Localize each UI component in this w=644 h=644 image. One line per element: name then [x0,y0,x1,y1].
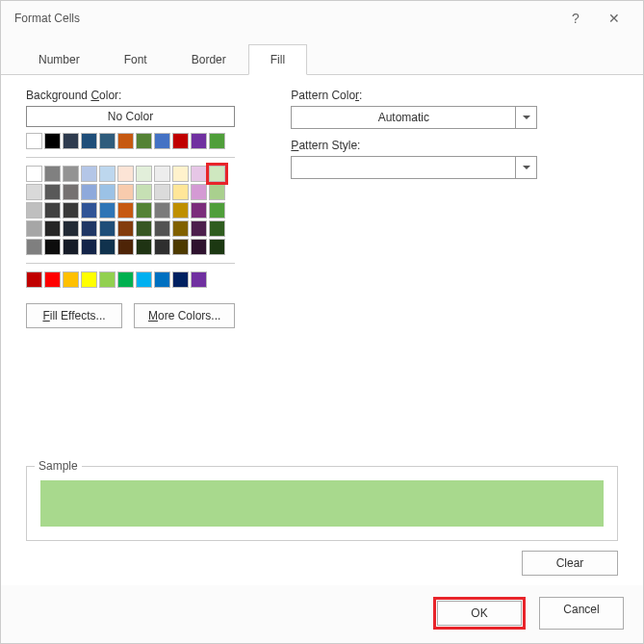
color-swatch[interactable] [172,184,189,200]
color-swatch[interactable] [154,271,170,288]
close-icon[interactable]: ✕ [595,11,633,26]
fill-effects-button[interactable]: Fill Effects... [26,303,122,328]
color-swatch[interactable] [117,220,134,237]
color-swatch[interactable] [117,239,134,255]
color-swatch[interactable] [209,166,225,182]
color-swatch[interactable] [81,271,97,288]
color-swatch[interactable] [136,239,152,255]
color-swatch[interactable] [209,202,225,219]
color-swatch[interactable] [81,184,97,200]
color-swatch[interactable] [44,184,61,200]
color-swatch[interactable] [44,133,61,149]
color-swatch[interactable] [191,202,207,219]
color-swatch[interactable] [209,133,225,149]
pattern-style-label: Pattern Style: [291,139,537,152]
color-swatch[interactable] [26,184,42,200]
color-swatch[interactable] [26,133,42,149]
color-swatch[interactable] [136,271,152,288]
help-icon[interactable]: ? [556,11,595,26]
tab-number[interactable]: Number [16,44,102,75]
color-swatch[interactable] [44,202,61,219]
color-swatch[interactable] [81,239,97,255]
color-swatch[interactable] [99,202,116,219]
color-swatch[interactable] [136,220,152,237]
color-swatch[interactable] [99,133,116,149]
color-swatch[interactable] [44,166,61,182]
color-swatch[interactable] [26,271,42,288]
sample-label: Sample [35,459,82,473]
tab-border[interactable]: Border [169,44,248,75]
color-swatch[interactable] [136,133,152,149]
color-swatch[interactable] [136,184,152,200]
color-swatch[interactable] [81,166,97,182]
color-swatch[interactable] [154,166,170,182]
color-swatch[interactable] [26,166,42,182]
theme-swatches [26,133,235,288]
color-swatch[interactable] [191,220,207,237]
color-swatch[interactable] [117,184,134,200]
color-swatch[interactable] [154,239,170,255]
pattern-style-combo[interactable] [291,156,537,179]
color-swatch[interactable] [136,202,152,219]
format-cells-dialog: Format Cells ? ✕ Number Font Border Fill… [0,0,644,644]
ok-button[interactable]: OK [437,601,522,626]
color-swatch[interactable] [191,166,207,182]
pattern-color-combo[interactable]: Automatic [291,106,537,129]
color-swatch[interactable] [63,239,79,255]
color-swatch[interactable] [99,239,116,255]
color-swatch[interactable] [191,133,207,149]
tab-fill[interactable]: Fill [248,44,307,75]
color-swatch[interactable] [26,239,42,255]
color-swatch[interactable] [154,184,170,200]
color-swatch[interactable] [209,220,225,237]
color-swatch[interactable] [99,166,116,182]
color-swatch[interactable] [154,220,170,237]
color-swatch[interactable] [44,220,61,237]
color-swatch[interactable] [99,271,116,288]
footer: OK Cancel [1,585,643,643]
color-swatch[interactable] [99,184,116,200]
color-swatch[interactable] [191,271,207,288]
color-swatch[interactable] [63,220,79,237]
color-swatch[interactable] [81,202,97,219]
color-swatch[interactable] [172,166,189,182]
color-swatch[interactable] [81,133,97,149]
more-colors-button[interactable]: More Colors... [134,303,235,328]
cancel-button[interactable]: Cancel [539,597,624,630]
tab-font[interactable]: Font [102,44,169,75]
color-swatch[interactable] [136,166,152,182]
chevron-down-icon[interactable] [515,157,536,178]
color-swatch[interactable] [154,133,170,149]
color-swatch[interactable] [117,133,134,149]
color-swatch[interactable] [63,133,79,149]
color-swatch[interactable] [63,202,79,219]
color-swatch[interactable] [209,239,225,255]
color-swatch[interactable] [209,184,225,200]
color-swatch[interactable] [44,239,61,255]
color-swatch[interactable] [154,202,170,219]
color-swatch[interactable] [191,239,207,255]
color-swatch[interactable] [63,271,79,288]
color-swatch[interactable] [172,239,189,255]
clear-button[interactable]: Clear [522,551,618,576]
color-swatch[interactable] [44,271,61,288]
color-swatch[interactable] [172,220,189,237]
pattern-color-value: Automatic [292,111,515,124]
color-swatch[interactable] [172,133,189,149]
sample-fieldset: Sample [26,466,618,541]
background-color-section: Background Color: No Color Fill Effects.… [26,89,235,328]
color-swatch[interactable] [117,271,134,288]
color-swatch[interactable] [117,166,134,182]
color-swatch[interactable] [172,202,189,219]
color-swatch[interactable] [26,202,42,219]
color-swatch[interactable] [26,220,42,237]
color-swatch[interactable] [63,184,79,200]
color-swatch[interactable] [191,184,207,200]
color-swatch[interactable] [63,166,79,182]
no-color-button[interactable]: No Color [26,106,235,127]
color-swatch[interactable] [117,202,134,219]
chevron-down-icon[interactable] [515,107,536,128]
color-swatch[interactable] [172,271,189,288]
color-swatch[interactable] [99,220,116,237]
color-swatch[interactable] [81,220,97,237]
